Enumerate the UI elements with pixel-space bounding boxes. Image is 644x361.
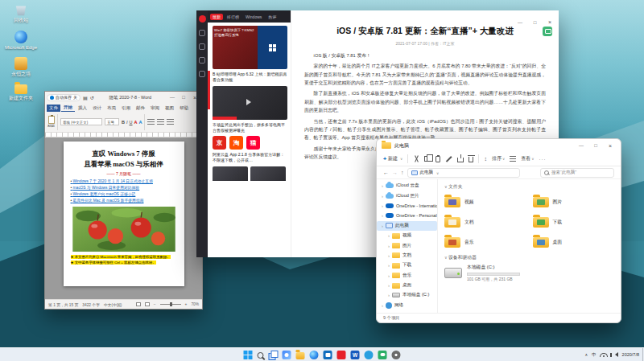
zoom-slider[interactable] — [160, 304, 181, 305]
wifi-icon[interactable] — [601, 352, 608, 357]
sort-icon[interactable] — [484, 156, 487, 162]
taskbar-icon[interactable] — [296, 352, 305, 359]
comment-badge[interactable] — [543, 27, 552, 36]
taskbar-icon[interactable] — [324, 351, 332, 359]
ribbon-tab[interactable]: 文件 — [47, 105, 60, 112]
desktop-icon[interactable]: Microsoft Edge — [2, 31, 40, 51]
up-icon[interactable]: ↑ — [401, 170, 404, 175]
font-color-button[interactable]: A — [134, 120, 138, 125]
ribbon-tab[interactable]: 审阅 — [148, 105, 162, 112]
cut-icon[interactable] — [413, 155, 419, 162]
ribbon-tab[interactable]: 引用 — [119, 105, 133, 112]
bullet-list-icon[interactable] — [167, 119, 174, 125]
share-icon[interactable] — [457, 158, 464, 162]
highlight-button[interactable]: A — [138, 120, 142, 125]
zoom-in-button[interactable]: + — [185, 302, 188, 306]
print-layout-icon[interactable] — [145, 302, 150, 306]
doc-link[interactable]: macOS 与 Windows 日常使用对比体验 — [71, 185, 177, 191]
zoom-out-button[interactable]: − — [154, 302, 156, 306]
word-count[interactable]: 3422 个字 — [82, 302, 100, 307]
taskbar-icon[interactable] — [365, 351, 374, 359]
taskbar-icon[interactable]: W — [351, 351, 360, 359]
delete-icon[interactable] — [469, 157, 473, 162]
folder-tile[interactable]: 音乐 — [444, 233, 526, 252]
sidebar-item[interactable]: 视频 — [377, 231, 437, 240]
taskbar-icon[interactable] — [310, 351, 319, 359]
ribbon-tab[interactable]: 设计 — [90, 105, 104, 112]
circle-icon[interactable] — [199, 57, 205, 64]
news-icon[interactable] — [199, 30, 205, 36]
doc-link[interactable]: Windows 老用户向 macOS 迁移小记 — [71, 191, 177, 198]
more-button[interactable] — [539, 157, 546, 162]
align-left-icon[interactable] — [147, 119, 155, 125]
feed-video-card[interactable] — [213, 86, 287, 120]
taskbar-icon[interactable] — [258, 352, 264, 359]
clock-date[interactable]: 2020/7/8 — [622, 352, 639, 357]
sidebar-item[interactable]: 文档 — [377, 251, 437, 260]
taskbar-icon[interactable] — [337, 351, 346, 359]
sidebar-item[interactable]: OneDrive - Internation… — [377, 201, 437, 211]
search-input[interactable]: 搜索“此电脑” — [540, 168, 614, 178]
folder-tile[interactable]: 文档 — [444, 213, 526, 232]
document-canvas[interactable]: 直叹 Windows 7 停服 且看苹果 macOS 与乐相伴 —— 7 月随笔… — [45, 137, 202, 299]
sidebar-item[interactable]: 音乐 — [377, 271, 437, 281]
taobao-logo-icon[interactable]: 淘 — [229, 136, 243, 150]
sidebar-item[interactable]: 桌面 — [377, 281, 437, 290]
doc-link[interactable]: 最具性价比 Mac 及 macOS 新手使用指南 — [71, 198, 177, 204]
back-icon[interactable]: ← — [383, 170, 389, 175]
feed-item[interactable]: B 站哔哩哔哩 App 6.32 上线：新增稍后再看合集功能 — [213, 72, 287, 84]
close-button[interactable] — [544, 19, 555, 25]
thumbnail[interactable] — [213, 166, 248, 181]
sidebar-item[interactable]: 图片 — [377, 240, 437, 250]
document-page[interactable]: 直叹 Windows 7 停服 且看苹果 macOS 与乐相伴 —— 7 月随笔… — [64, 142, 184, 286]
settings-icon[interactable] — [199, 71, 205, 77]
align-center-icon[interactable] — [157, 119, 164, 125]
sidebar-item[interactable]: iCloud 照片 — [377, 191, 437, 200]
desktop-icon[interactable]: 永恒之塔 — [2, 57, 40, 78]
ribbon-tab[interactable]: 邮件 — [134, 105, 147, 112]
maximize-button[interactable] — [178, 95, 189, 100]
minimize-button[interactable] — [514, 20, 526, 25]
paste-button[interactable]: 粘贴 — [47, 116, 55, 128]
feed-item[interactable]: 阿里云盘 App 2.1.8 分享体验官方详解：不限速下载，公开或… — [213, 152, 287, 164]
zoom-level[interactable]: 70% — [191, 302, 199, 306]
maximize-button[interactable] — [530, 20, 541, 25]
ime-indicator[interactable]: 中 — [592, 352, 597, 358]
ribbon-tab[interactable]: 视图 — [163, 105, 176, 112]
breadcrumb[interactable]: 此电脑 — [407, 168, 520, 178]
new-button[interactable]: 新建 — [383, 155, 402, 162]
feed-tab[interactable]: 最新 — [210, 14, 223, 20]
sidebar-item[interactable]: 网络 — [377, 301, 437, 310]
underline-button[interactable]: U — [130, 120, 133, 125]
paste-icon[interactable] — [436, 156, 440, 162]
save-icon[interactable]: ▤ — [83, 95, 88, 101]
ribbon-tab[interactable]: 开始 — [61, 104, 75, 112]
doc-link[interactable]: Windows 7 于 2020 年 1 月 14 日正式停止支持 — [71, 178, 177, 185]
taskbar-icon[interactable] — [244, 351, 253, 359]
ribbon-tab[interactable]: 帮助 — [177, 105, 191, 112]
sort-button[interactable]: 排序 — [492, 155, 505, 162]
autosave-toggle[interactable]: 自动保存 关 — [47, 94, 80, 101]
volume-icon[interactable] — [615, 352, 618, 357]
taskbar-icon[interactable] — [378, 351, 387, 359]
view-button[interactable]: 查看 — [521, 155, 534, 162]
lab-icon[interactable] — [199, 43, 205, 50]
group-header-folders[interactable]: 文件夹 — [444, 183, 614, 191]
folder-tile[interactable]: 下载 — [533, 213, 615, 232]
feed-item[interactable]: 市场监管总局出手整治，拼多多等电商平台售假被测评曝光 — [213, 122, 287, 134]
sidebar-item[interactable]: iCloud 云盘 — [377, 181, 437, 191]
folder-tile[interactable]: 桌面 — [533, 233, 615, 252]
copy-icon[interactable] — [424, 156, 429, 162]
ribbon-tab[interactable]: 插入 — [76, 105, 89, 112]
desktop-icon[interactable]: 回收站 — [2, 3, 40, 24]
folder-tile[interactable]: 视频 — [444, 193, 526, 211]
user-avatar[interactable] — [199, 15, 206, 23]
rename-icon[interactable] — [445, 155, 452, 162]
tray-chevron-icon[interactable] — [584, 352, 588, 357]
thumbnail[interactable] — [250, 166, 286, 181]
taskbar-icon[interactable] — [283, 351, 291, 359]
feed-video-card[interactable]: Win7 将很快倒下？KMS2 打造最流行系统 — [213, 26, 287, 69]
close-button[interactable] — [605, 143, 616, 149]
minimize-button[interactable] — [576, 143, 587, 148]
jd-logo-icon[interactable]: 京 — [213, 136, 226, 150]
